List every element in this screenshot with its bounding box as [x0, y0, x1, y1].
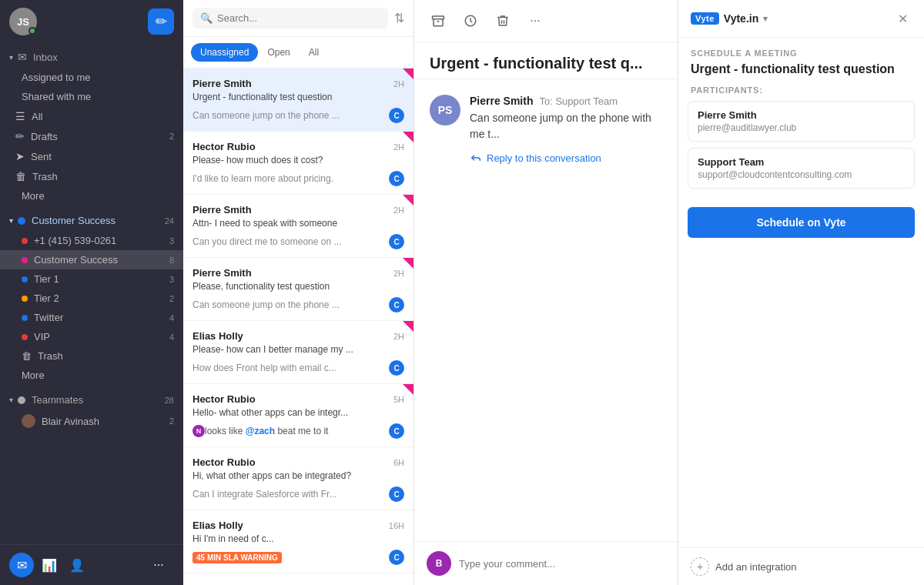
phone-dot — [22, 238, 28, 244]
sidebar-item-vip[interactable]: VIP 4 — [0, 327, 183, 346]
conv-preview-0: Can someone jump on the phone ... — [192, 110, 389, 121]
conv-assignee-4: C — [389, 360, 404, 376]
conv-item-7[interactable]: Elias Holly 16H Hi I'm in need of c... 4… — [183, 510, 413, 573]
conv-preview-4: How does Front help with email c... — [192, 363, 389, 373]
participant-email-0: pierre@auditlawyer.club — [698, 122, 905, 133]
message-avatar: PS — [430, 95, 460, 125]
conv-sender-7: Elias Holly — [192, 520, 389, 531]
tier1-dot — [22, 276, 28, 282]
archive-icon[interactable] — [427, 9, 450, 32]
tab-open[interactable]: Open — [258, 43, 299, 62]
participant-email-1: support@cloudcontentconsulting.com — [698, 169, 905, 180]
sidebar-item-shared-with-me[interactable]: Shared with me — [0, 87, 183, 106]
commenter-avatar: B — [427, 551, 451, 576]
conv-item-5[interactable]: Hector Rubio 5H Hello- what other apps c… — [183, 384, 413, 447]
search-bar[interactable]: 🔍 — [192, 8, 388, 28]
trash-top-icon: 🗑 — [15, 170, 26, 182]
corner-mark-2 — [403, 195, 413, 206]
conv-sender-5: Hector Rubio — [192, 393, 393, 405]
conv-preview-2: Can you direct me to someone on ... — [192, 236, 389, 247]
cs-arrow-icon: ▾ — [9, 216, 13, 225]
avatar[interactable]: JS — [9, 8, 37, 35]
trash-icon[interactable] — [491, 9, 514, 32]
conv-subject-2: Attn- I need to speak with someone — [192, 218, 404, 229]
sidebar-item-all[interactable]: ☰ All — [0, 106, 183, 126]
conv-preview-mention-5: looks like @zach beat me to it — [205, 426, 328, 436]
sidebar-section-customer-success[interactable]: ▾ Customer Success 24 — [0, 210, 183, 231]
sidebar-item-sent[interactable]: ➤ Sent — [0, 146, 183, 166]
more-icon[interactable]: ··· — [524, 9, 547, 32]
conv-assignee-0: C — [389, 108, 404, 123]
vyte-logo: Vyte — [691, 12, 719, 25]
conv-preview-3: Can someone jump on the phone ... — [192, 299, 389, 310]
corner-mark-3 — [403, 258, 413, 269]
twitter-dot — [22, 315, 28, 321]
message-text: Can someone jump on the phone with me t.… — [470, 110, 662, 142]
sidebar-item-tier2[interactable]: Tier 2 2 — [0, 289, 183, 308]
conv-subject-0: Urgent - functionality test question — [192, 92, 404, 102]
tab-unassigned[interactable]: Unassigned — [191, 43, 258, 62]
conv-item-6[interactable]: Hector Rubio 6H Hi, what other apps can … — [183, 447, 413, 510]
preview-mention-avatar-5: N — [192, 425, 205, 437]
right-panel: Vyte Vyte.in ▾ ✕ SCHEDULE A MEETING Urge… — [678, 0, 924, 585]
sidebar-item-customer-success[interactable]: Customer Success 8 — [0, 250, 183, 269]
footer-chart-icon[interactable]: 📊 — [37, 553, 62, 577]
schedule-section-label: SCHEDULE A MEETING — [678, 38, 924, 62]
sidebar-item-drafts[interactable]: ✏ Drafts 2 — [0, 126, 183, 146]
blair-avatar — [22, 414, 35, 428]
participant-card-1: Support Team support@cloudcontentconsult… — [688, 148, 915, 189]
conv-item-3[interactable]: Pierre Smith 2H Please, functionality te… — [183, 258, 413, 321]
teammates-arrow-icon: ▾ — [9, 396, 13, 404]
conv-items: Pierre Smith 2H Urgent - functionality t… — [183, 69, 413, 585]
conv-sender-6: Hector Rubio — [192, 456, 393, 468]
sidebar-item-inbox[interactable]: ▾ ✉ Inbox — [0, 46, 183, 68]
sla-badge-7: 45 MIN SLA WARNING — [192, 552, 282, 563]
integration-title[interactable]: Vyte Vyte.in ▾ — [691, 12, 893, 25]
trash-cs-icon: 🗑 — [22, 350, 32, 362]
sidebar-item-trash-top[interactable]: 🗑 Trash — [0, 166, 183, 186]
message-body: Pierre Smith To: Support Team Can someon… — [470, 95, 662, 164]
sidebar-item-assigned-to-me[interactable]: Assigned to me — [0, 68, 183, 87]
compose-icon: ✏ — [156, 13, 167, 30]
sidebar-section-teammates[interactable]: ▾ Teammates 28 — [0, 389, 183, 410]
search-input[interactable] — [217, 12, 380, 24]
conv-time-7: 16H — [389, 521, 404, 530]
tab-all[interactable]: All — [300, 43, 328, 62]
sidebar-item-trash-cs[interactable]: 🗑 Trash — [0, 346, 183, 366]
clock-icon[interactable] — [459, 9, 482, 32]
conv-assignee-6: C — [389, 486, 404, 502]
svg-rect-0 — [433, 16, 444, 19]
conv-subject-5: Hello- what other apps can be integr... — [192, 407, 404, 418]
comment-input[interactable] — [459, 558, 665, 570]
sidebar-item-more-top[interactable]: More — [0, 186, 183, 206]
compose-button[interactable]: ✏ — [148, 8, 174, 35]
conv-time-2: 2H — [393, 206, 404, 215]
message-to: To: Support Team — [539, 95, 618, 107]
conv-time-6: 6H — [393, 458, 404, 467]
conv-preview-6: Can I integrate Salesforce with Fr... — [192, 489, 389, 500]
footer-person-icon[interactable]: 👤 — [65, 553, 89, 577]
sidebar-item-twitter[interactable]: Twitter 4 — [0, 308, 183, 327]
conv-item-1[interactable]: Hector Rubio 2H Please- how much does it… — [183, 132, 413, 195]
conv-time-0: 2H — [393, 79, 404, 89]
sidebar-item-phone[interactable]: +1 (415) 539-0261 3 — [0, 231, 183, 250]
sort-icon[interactable]: ⇅ — [394, 11, 404, 25]
add-integration-button[interactable]: + Add an integration — [678, 547, 924, 585]
conv-item-4[interactable]: Elias Holly 2H Please- how can I better … — [183, 321, 413, 384]
close-panel-icon[interactable]: ✕ — [893, 9, 912, 28]
sidebar-item-blair[interactable]: Blair Avinash 2 — [0, 410, 183, 432]
corner-mark-0 — [403, 69, 413, 79]
main-footer: B — [414, 541, 678, 585]
conv-item-2[interactable]: Pierre Smith 2H Attn- I need to speak wi… — [183, 195, 413, 258]
schedule-on-vyte-button[interactable]: Schedule on Vyte — [688, 207, 915, 238]
sidebar-item-more-cs[interactable]: More — [0, 366, 183, 385]
reply-button[interactable]: Reply to this conversation — [470, 152, 601, 164]
conv-time-4: 2H — [393, 332, 404, 341]
footer-more-icon[interactable]: ··· — [146, 553, 171, 577]
conv-subject-4: Please- how can I better manage my ... — [192, 344, 404, 355]
conv-subject-7: Hi I'm in need of c... — [192, 533, 404, 544]
conv-subject-3: Please, functionality test question — [192, 281, 404, 292]
sidebar-item-tier1[interactable]: Tier 1 3 — [0, 269, 183, 289]
conv-item-0[interactable]: Pierre Smith 2H Urgent - functionality t… — [183, 69, 413, 132]
footer-compose-icon[interactable]: ✉ — [9, 553, 34, 577]
